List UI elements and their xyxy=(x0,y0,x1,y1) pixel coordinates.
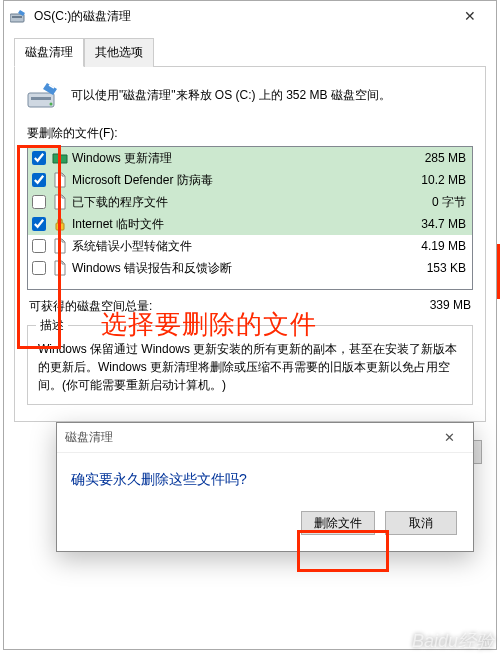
window-title: OS(C:)的磁盘清理 xyxy=(34,8,450,25)
file-type-icon xyxy=(52,238,68,254)
file-name: Windows 更新清理 xyxy=(72,150,425,167)
total-label: 可获得的磁盘空间总量: xyxy=(29,298,152,315)
titlebar: OS(C:)的磁盘清理 ✕ xyxy=(4,1,496,31)
summary-row: 可以使用"磁盘清理"来释放 OS (C:) 上的 352 MB 磁盘空间。 xyxy=(27,79,473,111)
description-text: Windows 保留通过 Windows 更新安装的所有更新的副本，甚至在安装了… xyxy=(38,340,462,394)
description-group: 描述 Windows 保留通过 Windows 更新安装的所有更新的副本，甚至在… xyxy=(27,325,473,405)
file-size: 4.19 MB xyxy=(421,239,468,253)
file-checkbox[interactable] xyxy=(32,151,46,165)
close-button[interactable]: ✕ xyxy=(450,2,490,30)
confirm-message: 确实要永久删除这些文件吗? xyxy=(57,453,473,497)
file-size: 0 字节 xyxy=(432,194,468,211)
file-row[interactable]: Internet 临时文件34.7 MB xyxy=(28,213,472,235)
svg-point-4 xyxy=(50,103,53,106)
file-row[interactable]: Microsoft Defender 防病毒10.2 MB xyxy=(28,169,472,191)
file-size: 153 KB xyxy=(427,261,468,275)
file-name: Internet 临时文件 xyxy=(72,216,421,233)
file-row[interactable]: Windows 更新清理285 MB xyxy=(28,147,472,169)
tab-more-options[interactable]: 其他选项 xyxy=(84,38,154,67)
file-row[interactable]: 系统错误小型转储文件4.19 MB xyxy=(28,235,472,257)
file-name: Windows 错误报告和反馈诊断 xyxy=(72,260,427,277)
tab-cleanup[interactable]: 磁盘清理 xyxy=(14,38,84,67)
file-size: 34.7 MB xyxy=(421,217,468,231)
file-name: 系统错误小型转储文件 xyxy=(72,238,421,255)
confirm-buttons: 删除文件 取消 xyxy=(57,497,473,551)
disk-cleanup-window: OS(C:)的磁盘清理 ✕ 磁盘清理 其他选项 可以使用"磁盘清理"来释放 OS… xyxy=(3,0,497,650)
files-label: 要删除的文件(F): xyxy=(27,125,473,142)
file-checkbox[interactable] xyxy=(32,195,46,209)
file-name: Microsoft Defender 防病毒 xyxy=(72,172,421,189)
file-list[interactable]: Windows 更新清理285 MBMicrosoft Defender 防病毒… xyxy=(27,146,473,290)
file-row[interactable]: 已下载的程序文件0 字节 xyxy=(28,191,472,213)
file-name: 已下载的程序文件 xyxy=(72,194,432,211)
confirm-dialog: 磁盘清理 ✕ 确实要永久删除这些文件吗? 删除文件 取消 xyxy=(56,422,474,552)
svg-rect-5 xyxy=(56,223,64,230)
drive-icon xyxy=(27,79,61,111)
tab-panel-cleanup: 可以使用"磁盘清理"来释放 OS (C:) 上的 352 MB 磁盘空间。 要删… xyxy=(14,67,486,422)
delete-files-button[interactable]: 删除文件 xyxy=(301,511,375,535)
file-type-icon xyxy=(52,150,68,166)
file-size: 285 MB xyxy=(425,151,468,165)
file-checkbox[interactable] xyxy=(32,217,46,231)
confirm-title: 磁盘清理 xyxy=(65,429,433,446)
description-label: 描述 xyxy=(36,317,68,334)
file-row[interactable]: Windows 错误报告和反馈诊断153 KB xyxy=(28,257,472,279)
confirm-close-button[interactable]: ✕ xyxy=(433,430,465,445)
svg-rect-3 xyxy=(31,97,51,100)
file-checkbox[interactable] xyxy=(32,173,46,187)
file-type-icon xyxy=(52,260,68,276)
file-checkbox[interactable] xyxy=(32,239,46,253)
tab-strip: 磁盘清理 其他选项 xyxy=(14,37,486,67)
file-type-icon xyxy=(52,172,68,188)
confirm-cancel-button[interactable]: 取消 xyxy=(385,511,457,535)
file-size: 10.2 MB xyxy=(421,173,468,187)
drive-cleanup-icon xyxy=(10,8,28,24)
confirm-titlebar: 磁盘清理 ✕ xyxy=(57,423,473,453)
file-type-icon xyxy=(52,194,68,210)
total-value: 339 MB xyxy=(430,298,471,315)
file-type-icon xyxy=(52,216,68,232)
file-checkbox[interactable] xyxy=(32,261,46,275)
svg-rect-1 xyxy=(12,16,22,18)
total-row: 可获得的磁盘空间总量: 339 MB xyxy=(29,298,471,315)
summary-text: 可以使用"磁盘清理"来释放 OS (C:) 上的 352 MB 磁盘空间。 xyxy=(71,87,391,104)
window-body: 磁盘清理 其他选项 可以使用"磁盘清理"来释放 OS (C:) 上的 352 M… xyxy=(4,31,496,432)
